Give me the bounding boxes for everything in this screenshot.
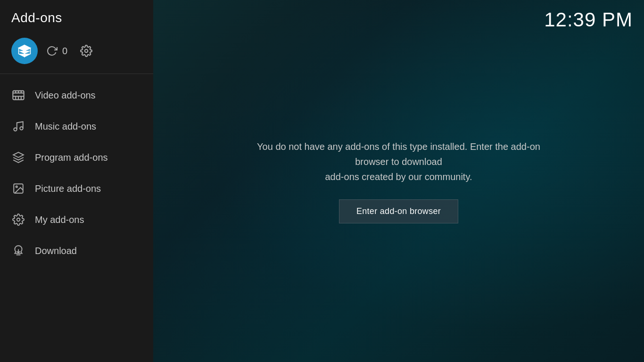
sidebar-item-music-addons[interactable]: Music add-ons: [0, 111, 153, 142]
music-addons-label: Music add-ons: [35, 121, 96, 132]
sidebar-navigation: Video add-ons Music add-ons: [0, 78, 153, 268]
sidebar-item-video-addons[interactable]: Video add-ons: [0, 80, 153, 111]
clock-display: 12:39 PM: [544, 8, 633, 31]
main-content-area: 12:39 PM You do not have any add-ons of …: [153, 0, 644, 362]
refresh-icon: [45, 44, 58, 58]
svg-point-17: [17, 218, 20, 222]
sidebar-item-picture-addons[interactable]: Picture add-ons: [0, 173, 153, 204]
download-label: Download: [35, 246, 77, 256]
message-line2: add-ons created by our community.: [325, 172, 472, 182]
gear-svg: [80, 45, 92, 57]
sidebar: Add-ons 0: [0, 0, 153, 362]
sidebar-item-download[interactable]: Download: [0, 235, 153, 266]
sidebar-divider: [0, 74, 153, 74]
my-addons-label: My add-ons: [35, 214, 84, 225]
download-icon: [11, 244, 25, 258]
svg-point-13: [14, 128, 17, 131]
picture-addons-label: Picture add-ons: [35, 183, 101, 194]
package-icon: [17, 44, 32, 58]
svg-point-3: [85, 49, 88, 53]
program-addons-label: Program add-ons: [35, 152, 108, 163]
sidebar-header: 0: [0, 34, 153, 74]
music-icon: [11, 119, 25, 133]
empty-state-container: You do not have any add-ons of this type…: [234, 139, 564, 223]
page-title: Add-ons: [0, 0, 153, 34]
empty-state-message: You do not have any add-ons of this type…: [253, 139, 545, 184]
refresh-area[interactable]: 0: [45, 44, 67, 58]
update-count: 0: [62, 46, 67, 57]
sidebar-item-my-addons[interactable]: My add-ons: [0, 204, 153, 235]
settings-icon[interactable]: [79, 43, 94, 58]
refresh-svg: [46, 45, 58, 57]
my-addons-icon: [11, 213, 25, 227]
video-addons-label: Video add-ons: [35, 90, 96, 101]
addon-icon-button[interactable]: [11, 38, 38, 64]
message-line1: You do not have any add-ons of this type…: [257, 141, 540, 167]
video-icon: [11, 88, 25, 102]
sidebar-item-program-addons[interactable]: Program add-ons: [0, 142, 153, 173]
svg-point-14: [20, 127, 23, 130]
svg-point-16: [16, 186, 17, 188]
enter-addon-browser-button[interactable]: Enter add-on browser: [339, 199, 458, 223]
program-icon: [11, 150, 25, 165]
picture-icon: [11, 181, 25, 196]
